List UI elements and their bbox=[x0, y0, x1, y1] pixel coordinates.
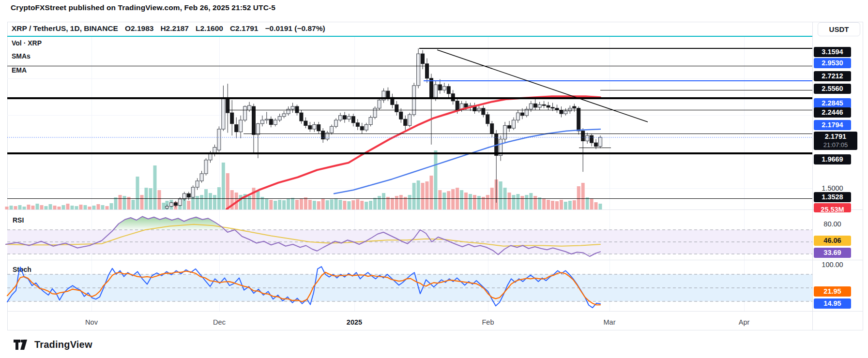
current-price-label: 2.179121:07:05 bbox=[814, 132, 857, 150]
volume-value-label: 25.53M bbox=[814, 203, 851, 212]
time-axis-label: Feb bbox=[482, 318, 494, 326]
price-scale-label: 46.06 bbox=[814, 236, 851, 246]
time-axis-label: Apr bbox=[739, 318, 750, 326]
time-axis-label: Nov bbox=[85, 318, 98, 326]
tradingview-logo-text: TradingView bbox=[34, 339, 92, 350]
chart-widget: CryptoFXStreet published on TradingView.… bbox=[0, 0, 868, 358]
current-price-value: 2.1791 bbox=[825, 133, 846, 141]
price-scale-label: 3.1594 bbox=[814, 47, 851, 57]
price-scale-label: 33.69 bbox=[814, 248, 851, 258]
time-axis-label-year: 2025 bbox=[347, 318, 362, 326]
time-axis-label: Dec bbox=[213, 318, 226, 326]
price-scale-label: 2.7212 bbox=[814, 71, 851, 81]
price-scale-tick: 100.00 bbox=[814, 260, 851, 269]
price-scale-label: 2.2446 bbox=[814, 107, 851, 118]
price-scale-tick: 80.00 bbox=[814, 220, 851, 228]
price-scale-label: 1.3528 bbox=[814, 192, 851, 202]
price-scale-label: 2.1794 bbox=[814, 120, 851, 130]
price-scale-tick: 1.5000 bbox=[814, 184, 851, 193]
price-scale-label: 2.5560 bbox=[814, 84, 851, 94]
tradingview-logo-icon bbox=[14, 339, 30, 350]
price-scale-label: 2.2845 bbox=[814, 98, 851, 108]
price-scale-label: 2.9530 bbox=[814, 58, 851, 68]
bar-countdown: 21:07:05 bbox=[823, 141, 848, 149]
time-axis-label: Mar bbox=[604, 318, 616, 326]
chart-canvas[interactable] bbox=[0, 0, 868, 358]
price-scale-label: 14.95 bbox=[814, 298, 851, 309]
footer-brand[interactable]: TradingView bbox=[14, 339, 92, 350]
price-scale-label: 21.95 bbox=[814, 286, 851, 297]
price-scale-label: 1.9669 bbox=[814, 154, 851, 164]
